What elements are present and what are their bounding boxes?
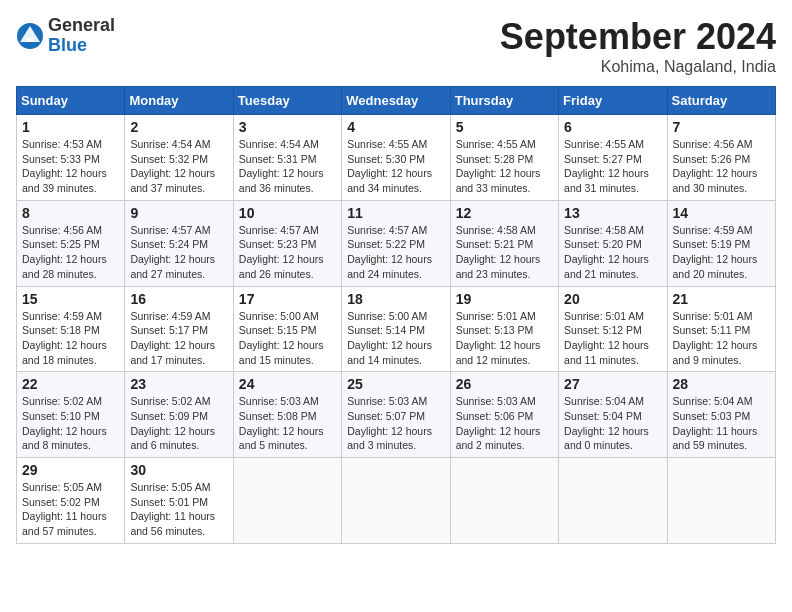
calendar-header-row: Sunday Monday Tuesday Wednesday Thursday… xyxy=(17,87,776,115)
day-detail: Sunrise: 4:56 AMSunset: 5:26 PMDaylight:… xyxy=(673,137,770,196)
day-number: 25 xyxy=(347,376,444,392)
calendar-cell: 7Sunrise: 4:56 AMSunset: 5:26 PMDaylight… xyxy=(667,115,775,201)
calendar-cell: 9Sunrise: 4:57 AMSunset: 5:24 PMDaylight… xyxy=(125,200,233,286)
day-number: 13 xyxy=(564,205,661,221)
col-wednesday: Wednesday xyxy=(342,87,450,115)
calendar-cell: 4Sunrise: 4:55 AMSunset: 5:30 PMDaylight… xyxy=(342,115,450,201)
day-number: 22 xyxy=(22,376,119,392)
day-detail: Sunrise: 4:56 AMSunset: 5:25 PMDaylight:… xyxy=(22,223,119,282)
calendar-cell: 24Sunrise: 5:03 AMSunset: 5:08 PMDayligh… xyxy=(233,372,341,458)
day-detail: Sunrise: 4:55 AMSunset: 5:28 PMDaylight:… xyxy=(456,137,553,196)
day-number: 10 xyxy=(239,205,336,221)
day-detail: Sunrise: 4:59 AMSunset: 5:18 PMDaylight:… xyxy=(22,309,119,368)
svg-rect-2 xyxy=(26,38,34,42)
calendar-cell: 2Sunrise: 4:54 AMSunset: 5:32 PMDaylight… xyxy=(125,115,233,201)
calendar-cell: 18Sunrise: 5:00 AMSunset: 5:14 PMDayligh… xyxy=(342,286,450,372)
calendar-cell: 1Sunrise: 4:53 AMSunset: 5:33 PMDaylight… xyxy=(17,115,125,201)
calendar-cell: 6Sunrise: 4:55 AMSunset: 5:27 PMDaylight… xyxy=(559,115,667,201)
day-number: 15 xyxy=(22,291,119,307)
day-detail: Sunrise: 5:01 AMSunset: 5:13 PMDaylight:… xyxy=(456,309,553,368)
day-number: 5 xyxy=(456,119,553,135)
day-detail: Sunrise: 4:53 AMSunset: 5:33 PMDaylight:… xyxy=(22,137,119,196)
day-detail: Sunrise: 5:03 AMSunset: 5:06 PMDaylight:… xyxy=(456,394,553,453)
day-number: 28 xyxy=(673,376,770,392)
day-number: 30 xyxy=(130,462,227,478)
calendar-cell: 3Sunrise: 4:54 AMSunset: 5:31 PMDaylight… xyxy=(233,115,341,201)
col-sunday: Sunday xyxy=(17,87,125,115)
calendar-cell: 23Sunrise: 5:02 AMSunset: 5:09 PMDayligh… xyxy=(125,372,233,458)
calendar-cell: 21Sunrise: 5:01 AMSunset: 5:11 PMDayligh… xyxy=(667,286,775,372)
logo-icon xyxy=(16,22,44,50)
calendar-cell xyxy=(233,458,341,544)
day-number: 4 xyxy=(347,119,444,135)
day-number: 27 xyxy=(564,376,661,392)
day-detail: Sunrise: 4:57 AMSunset: 5:23 PMDaylight:… xyxy=(239,223,336,282)
day-detail: Sunrise: 4:57 AMSunset: 5:24 PMDaylight:… xyxy=(130,223,227,282)
day-detail: Sunrise: 4:59 AMSunset: 5:19 PMDaylight:… xyxy=(673,223,770,282)
day-number: 20 xyxy=(564,291,661,307)
calendar-cell: 10Sunrise: 4:57 AMSunset: 5:23 PMDayligh… xyxy=(233,200,341,286)
day-detail: Sunrise: 5:01 AMSunset: 5:11 PMDaylight:… xyxy=(673,309,770,368)
title-area: September 2024 Kohima, Nagaland, India xyxy=(500,16,776,76)
day-number: 19 xyxy=(456,291,553,307)
day-number: 1 xyxy=(22,119,119,135)
day-number: 23 xyxy=(130,376,227,392)
day-number: 9 xyxy=(130,205,227,221)
calendar-cell: 5Sunrise: 4:55 AMSunset: 5:28 PMDaylight… xyxy=(450,115,558,201)
logo-blue-text: Blue xyxy=(48,36,115,56)
calendar-week-row: 22Sunrise: 5:02 AMSunset: 5:10 PMDayligh… xyxy=(17,372,776,458)
calendar-cell: 17Sunrise: 5:00 AMSunset: 5:15 PMDayligh… xyxy=(233,286,341,372)
calendar-cell: 29Sunrise: 5:05 AMSunset: 5:02 PMDayligh… xyxy=(17,458,125,544)
calendar-cell: 11Sunrise: 4:57 AMSunset: 5:22 PMDayligh… xyxy=(342,200,450,286)
calendar-cell: 27Sunrise: 5:04 AMSunset: 5:04 PMDayligh… xyxy=(559,372,667,458)
day-detail: Sunrise: 5:00 AMSunset: 5:15 PMDaylight:… xyxy=(239,309,336,368)
calendar-cell: 20Sunrise: 5:01 AMSunset: 5:12 PMDayligh… xyxy=(559,286,667,372)
day-number: 29 xyxy=(22,462,119,478)
col-monday: Monday xyxy=(125,87,233,115)
day-detail: Sunrise: 5:04 AMSunset: 5:04 PMDaylight:… xyxy=(564,394,661,453)
col-tuesday: Tuesday xyxy=(233,87,341,115)
day-detail: Sunrise: 4:58 AMSunset: 5:20 PMDaylight:… xyxy=(564,223,661,282)
calendar-cell: 19Sunrise: 5:01 AMSunset: 5:13 PMDayligh… xyxy=(450,286,558,372)
day-detail: Sunrise: 5:02 AMSunset: 5:10 PMDaylight:… xyxy=(22,394,119,453)
calendar-cell: 12Sunrise: 4:58 AMSunset: 5:21 PMDayligh… xyxy=(450,200,558,286)
calendar-cell: 28Sunrise: 5:04 AMSunset: 5:03 PMDayligh… xyxy=(667,372,775,458)
day-number: 2 xyxy=(130,119,227,135)
calendar-cell: 30Sunrise: 5:05 AMSunset: 5:01 PMDayligh… xyxy=(125,458,233,544)
calendar-week-row: 15Sunrise: 4:59 AMSunset: 5:18 PMDayligh… xyxy=(17,286,776,372)
calendar-cell: 15Sunrise: 4:59 AMSunset: 5:18 PMDayligh… xyxy=(17,286,125,372)
day-number: 16 xyxy=(130,291,227,307)
day-number: 8 xyxy=(22,205,119,221)
calendar-table: Sunday Monday Tuesday Wednesday Thursday… xyxy=(16,86,776,544)
col-saturday: Saturday xyxy=(667,87,775,115)
col-friday: Friday xyxy=(559,87,667,115)
day-detail: Sunrise: 4:54 AMSunset: 5:32 PMDaylight:… xyxy=(130,137,227,196)
calendar-cell xyxy=(559,458,667,544)
day-number: 6 xyxy=(564,119,661,135)
logo: General Blue xyxy=(16,16,115,56)
calendar-cell xyxy=(667,458,775,544)
month-title: September 2024 xyxy=(500,16,776,58)
day-detail: Sunrise: 4:55 AMSunset: 5:27 PMDaylight:… xyxy=(564,137,661,196)
calendar-week-row: 1Sunrise: 4:53 AMSunset: 5:33 PMDaylight… xyxy=(17,115,776,201)
day-number: 21 xyxy=(673,291,770,307)
day-detail: Sunrise: 5:00 AMSunset: 5:14 PMDaylight:… xyxy=(347,309,444,368)
calendar-cell: 22Sunrise: 5:02 AMSunset: 5:10 PMDayligh… xyxy=(17,372,125,458)
day-number: 14 xyxy=(673,205,770,221)
calendar-cell: 14Sunrise: 4:59 AMSunset: 5:19 PMDayligh… xyxy=(667,200,775,286)
day-detail: Sunrise: 4:57 AMSunset: 5:22 PMDaylight:… xyxy=(347,223,444,282)
day-number: 11 xyxy=(347,205,444,221)
day-detail: Sunrise: 4:58 AMSunset: 5:21 PMDaylight:… xyxy=(456,223,553,282)
day-number: 24 xyxy=(239,376,336,392)
day-number: 26 xyxy=(456,376,553,392)
calendar-cell xyxy=(450,458,558,544)
calendar-week-row: 29Sunrise: 5:05 AMSunset: 5:02 PMDayligh… xyxy=(17,458,776,544)
day-detail: Sunrise: 5:01 AMSunset: 5:12 PMDaylight:… xyxy=(564,309,661,368)
day-number: 18 xyxy=(347,291,444,307)
col-thursday: Thursday xyxy=(450,87,558,115)
calendar-cell: 25Sunrise: 5:03 AMSunset: 5:07 PMDayligh… xyxy=(342,372,450,458)
day-detail: Sunrise: 5:04 AMSunset: 5:03 PMDaylight:… xyxy=(673,394,770,453)
day-number: 12 xyxy=(456,205,553,221)
day-detail: Sunrise: 5:02 AMSunset: 5:09 PMDaylight:… xyxy=(130,394,227,453)
page-header: General Blue September 2024 Kohima, Naga… xyxy=(16,16,776,76)
